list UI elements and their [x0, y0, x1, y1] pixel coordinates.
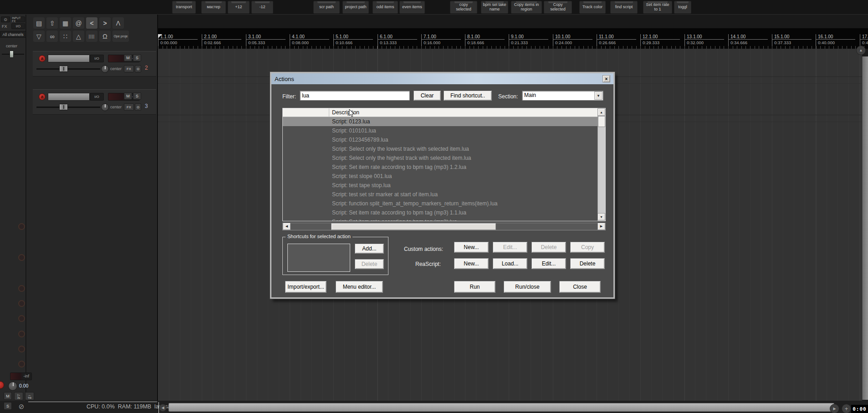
- action-row[interactable]: Script: function split_item_at_tempo_mar…: [283, 199, 597, 208]
- action-row[interactable]: Script: 0123456789.lua: [283, 135, 597, 144]
- description-column-header[interactable]: Description: [332, 109, 359, 116]
- reascript-delete-button[interactable]: Delete: [570, 258, 605, 269]
- open-project-icon[interactable]: ⇧: [46, 17, 58, 29]
- toolbar-button[interactable]: -12: [251, 1, 273, 14]
- no-fx-icon[interactable]: ⊘: [17, 403, 26, 411]
- list-vertical-scrollbar[interactable]: ▲ ▼: [597, 108, 605, 221]
- grid-lines-icon[interactable]: ||||: [86, 31, 97, 42]
- filter-input[interactable]: [300, 91, 410, 101]
- clear-button[interactable]: Clear: [414, 91, 441, 101]
- loop-icon[interactable]: Ω: [99, 31, 111, 42]
- save-project-icon[interactable]: ▦: [60, 17, 71, 29]
- add-shortcut-button[interactable]: Add...: [355, 244, 384, 254]
- add-circle-icon[interactable]: +: [842, 404, 851, 413]
- action-row[interactable]: Script: 0123.lua: [283, 117, 597, 126]
- action-list[interactable]: Description Script: 0123.luaScript: 0101…: [282, 108, 606, 221]
- envelope-icon[interactable]: △: [73, 31, 84, 42]
- transport-time-display[interactable]: 0:00: [851, 405, 868, 413]
- custom-copy-button[interactable]: Copy: [570, 242, 605, 253]
- toolbar-button[interactable]: toggl: [674, 1, 691, 14]
- fx-label[interactable]: FX: [2, 24, 7, 29]
- track-name-field[interactable]: [48, 93, 90, 101]
- metronome-icon[interactable]: Λ: [112, 17, 124, 29]
- mute-button[interactable]: M: [124, 54, 132, 61]
- input-fx-button[interactable]: INPUT FX: [11, 16, 25, 22]
- toolbar-button[interactable]: Copy items in region: [511, 1, 542, 14]
- volume-fader-handle[interactable]: [59, 104, 68, 110]
- shortcut-column-header[interactable]: [283, 108, 329, 117]
- horizontal-scrollbar[interactable]: [168, 403, 834, 412]
- io-button[interactable]: I/O: [11, 23, 25, 29]
- fx-power-icon[interactable]: ⊙: [135, 65, 141, 72]
- master-mute-button[interactable]: M: [4, 392, 12, 400]
- redo-icon[interactable]: >: [99, 17, 111, 29]
- toolbar-button[interactable]: find script: [610, 1, 638, 14]
- open-project-button[interactable]: Ope proje: [112, 31, 129, 42]
- fx-power-icon[interactable]: ⊙: [135, 103, 141, 111]
- action-row[interactable]: Script: Set item rate according to bpm t…: [283, 217, 597, 221]
- attach-icon[interactable]: @: [73, 17, 84, 29]
- toolbar-button[interactable]: even items: [399, 1, 425, 14]
- solo-button[interactable]: S: [133, 92, 141, 100]
- action-row[interactable]: Script: Set item rate according to bpm t…: [283, 208, 597, 217]
- close-button[interactable]: Close: [559, 281, 601, 293]
- toolbar-button[interactable]: bpm sel take name: [481, 1, 508, 14]
- delete-shortcut-button[interactable]: Delete: [355, 259, 384, 269]
- run-button[interactable]: Run: [454, 281, 495, 293]
- close-icon[interactable]: ×: [602, 75, 610, 82]
- input-monitor-button[interactable]: ▷IN: [14, 392, 23, 400]
- list-horizontal-scrollbar[interactable]: ◀ ▶: [282, 223, 606, 230]
- action-row[interactable]: Script: test slope 001.lua: [283, 172, 597, 181]
- toolbar-button[interactable]: odd items: [373, 1, 398, 14]
- link-icon[interactable]: ∞: [46, 31, 58, 42]
- power-icon[interactable]: ⊙: [1, 16, 10, 22]
- reascript-load-button[interactable]: Load...: [493, 258, 527, 269]
- undo-icon[interactable]: <: [86, 17, 97, 29]
- master-pan-value[interactable]: 0.00: [19, 383, 28, 388]
- volume-fader-handle[interactable]: [59, 66, 68, 72]
- toolbar-button[interactable]: +12: [228, 1, 250, 14]
- shortcut-list[interactable]: [287, 244, 350, 272]
- solo-button[interactable]: S: [133, 54, 141, 61]
- track-freeze-button[interactable]: ︿TR: [25, 392, 34, 400]
- scroll-left-icon[interactable]: ◀: [159, 404, 167, 412]
- action-list-header[interactable]: Description: [283, 108, 597, 117]
- hscroll-thumb[interactable]: [331, 223, 496, 230]
- master-solo-button[interactable]: S: [4, 402, 12, 410]
- record-arm-button[interactable]: a: [39, 55, 46, 62]
- new-project-icon[interactable]: ▤: [33, 17, 45, 29]
- mute-button[interactable]: M: [124, 92, 132, 100]
- timeline-ruler[interactable]: 1.1.00 0:00.000 2.1.00 0:02.666 3.1.00 0…: [158, 28, 868, 49]
- fx-button[interactable]: FX: [124, 103, 134, 111]
- scroll-down-icon[interactable]: ▼: [597, 213, 605, 220]
- reascript-edit-button[interactable]: Edit...: [531, 258, 566, 269]
- grid-icon[interactable]: ∷: [60, 31, 71, 42]
- action-row[interactable]: Script: Select only the highest track wi…: [283, 153, 597, 163]
- action-row[interactable]: Script: Set item rate according to bpm t…: [283, 163, 597, 172]
- volume-fader[interactable]: [36, 68, 100, 70]
- reascript-new-button[interactable]: New...: [454, 258, 489, 269]
- action-row[interactable]: Script: test tape stop.lua: [283, 181, 597, 190]
- custom-new-button[interactable]: New...: [454, 242, 489, 253]
- action-row[interactable]: Script: 010101.lua: [283, 126, 597, 135]
- toolbar-button[interactable]: Copy selected: [544, 1, 572, 14]
- volume-fader[interactable]: [36, 107, 100, 108]
- custom-edit-button[interactable]: Edit...: [493, 242, 527, 253]
- master-volume-display[interactable]: -inf: [10, 372, 32, 380]
- vertical-scrollbar[interactable]: [862, 56, 868, 400]
- toolbar-button[interactable]: Set item rate to 1: [643, 1, 672, 14]
- record-arm-button[interactable]: a: [39, 93, 46, 100]
- scroll-up-icon[interactable]: ▲: [856, 46, 866, 55]
- custom-delete-button[interactable]: Delete: [531, 242, 566, 253]
- pan-knob[interactable]: [101, 103, 109, 111]
- toolbar-button[interactable]: copy selected: [450, 1, 477, 14]
- dialog-titlebar[interactable]: Actions: [271, 73, 613, 84]
- import-export-button[interactable]: Import/export...: [285, 281, 327, 293]
- toolbar-button[interactable]: мастер: [201, 1, 226, 14]
- action-row[interactable]: Script: Select only the lowest track wit…: [283, 144, 597, 153]
- scroll-up-icon[interactable]: ▲: [597, 108, 605, 116]
- fx-button[interactable]: FX: [124, 65, 134, 72]
- toolbar-button[interactable]: project path: [342, 1, 369, 14]
- section-dropdown[interactable]: Main ▼: [522, 91, 603, 101]
- play-circle-icon[interactable]: ▶: [830, 404, 839, 413]
